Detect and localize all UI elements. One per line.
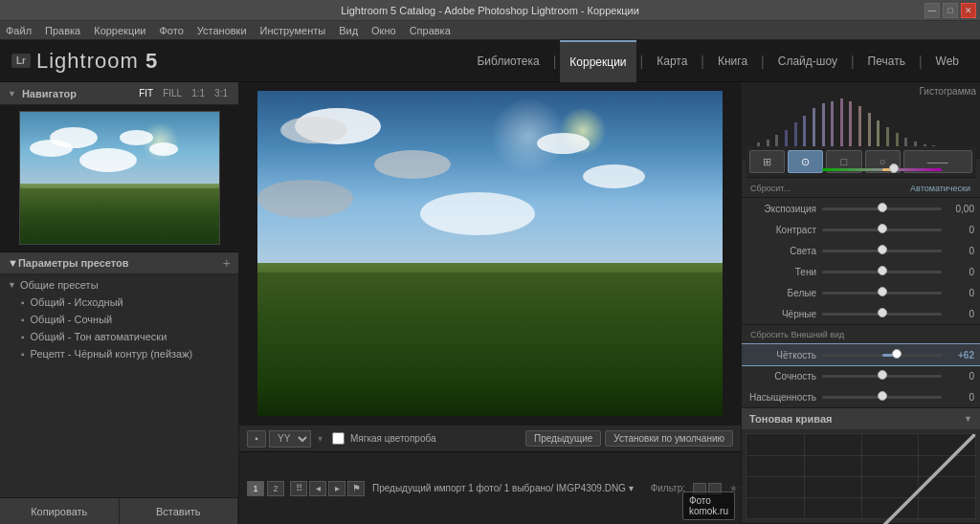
vibrance-thumb[interactable] <box>878 370 887 380</box>
hist-bar-12 <box>858 106 861 147</box>
lights-row: Света 0 <box>742 240 980 261</box>
copy-button[interactable]: Копировать <box>0 498 120 524</box>
close-button[interactable]: ✕ <box>961 3 976 18</box>
clarity-slider[interactable] <box>822 354 942 357</box>
tone-curve-arrow: ▼ <box>964 414 972 424</box>
tone-curve-header[interactable]: Тоновая кривая ▼ <box>742 408 980 429</box>
next-button[interactable]: Установки по умолчанию <box>605 430 733 447</box>
maximize-button[interactable]: □ <box>943 3 958 18</box>
main-cloud-2 <box>280 117 347 143</box>
cloud-2 <box>120 130 153 145</box>
view-single-btn[interactable]: ▪ <box>247 430 266 448</box>
lights-slider[interactable] <box>822 250 942 252</box>
blacks-slider[interactable] <box>822 313 942 316</box>
menu-edit[interactable]: Правка <box>45 25 80 36</box>
exposure-value: 0,00 <box>947 204 974 214</box>
whites-thumb[interactable] <box>878 287 887 296</box>
menu-corrections[interactable]: Коррекции <box>94 25 145 36</box>
preset-label-rich: Общий - Сочный <box>31 314 113 325</box>
preset-item-auto[interactable]: ▪ Общий - Тон автоматически <box>0 328 238 345</box>
exposure-thumb[interactable] <box>878 203 887 212</box>
view-mode-select[interactable]: YY <box>269 430 311 448</box>
vibrance-label: Сочность <box>747 371 816 382</box>
contrast-slider[interactable] <box>822 229 942 231</box>
watermark-line1: Фото <box>689 495 711 506</box>
shadows-slider[interactable] <box>822 271 942 273</box>
hist-bar-20 <box>932 145 935 147</box>
crop-tool-btn[interactable]: ⊞ <box>749 150 785 173</box>
soft-proof-checkbox[interactable] <box>332 432 345 445</box>
prev-button[interactable]: Предыдущие <box>525 430 601 447</box>
tone-slider-track[interactable] <box>822 168 942 171</box>
paste-button[interactable]: Вставить <box>120 498 239 524</box>
film-next-btn[interactable]: ▸ <box>328 481 345 496</box>
blacks-value: 0 <box>947 309 974 319</box>
menu-file[interactable]: Файл <box>6 25 32 36</box>
zoom-fit-btn[interactable]: FIT <box>136 87 156 99</box>
tab-web[interactable]: Web <box>926 40 969 82</box>
menu-photo[interactable]: Фото <box>160 25 184 36</box>
shadows-thumb[interactable] <box>878 266 887 275</box>
tone-thumb[interactable] <box>889 164 899 173</box>
film-end-btn[interactable]: ⚑ <box>347 481 365 496</box>
tab-develop[interactable]: Коррекции <box>560 40 635 82</box>
film-grid-btn[interactable]: ⠿ <box>290 481 307 496</box>
hist-bar-9 <box>831 101 834 147</box>
auto-btn[interactable]: Автоматически <box>910 184 970 193</box>
zoom-3to1-btn[interactable]: 3:1 <box>212 87 231 99</box>
titlebar: Lightroom 5 Catalog - Adobe Photoshop Li… <box>0 0 980 21</box>
whites-slider[interactable] <box>822 292 942 295</box>
preset-item-original[interactable]: ▪ Общий - Исходный <box>0 294 238 311</box>
tab-map[interactable]: Карта <box>647 40 697 82</box>
color-tool-btn[interactable]: ⊙ <box>788 150 823 173</box>
hist-bar-17 <box>904 138 907 146</box>
exposure-slider[interactable] <box>822 207 942 210</box>
preset-icon-3: ▪ <box>21 332 25 342</box>
preset-item-recipe[interactable]: ▪ Рецепт - Чёрный контур (пейзаж) <box>0 345 238 362</box>
contrast-value: 0 <box>947 225 974 235</box>
group-tri: ▼ <box>8 280 16 290</box>
blacks-thumb[interactable] <box>878 308 887 317</box>
menu-settings[interactable]: Установки <box>197 25 247 36</box>
minimize-button[interactable]: — <box>924 3 940 18</box>
zoom-1to1-btn[interactable]: 1:1 <box>189 87 208 99</box>
contrast-thumb[interactable] <box>878 224 887 233</box>
star-2[interactable]: ★ <box>739 483 741 493</box>
navigator-header[interactable]: ▼ Навигатор FIT FILL 1:1 3:1 <box>0 82 238 105</box>
tab-slideshow[interactable]: Слайд-шоу <box>768 40 847 82</box>
menu-window[interactable]: Окно <box>371 25 396 36</box>
main-cloud-4 <box>374 150 451 179</box>
watermark-line2: komok.ru <box>689 506 728 516</box>
tone-curve-canvas[interactable] <box>746 433 976 519</box>
tab-book[interactable]: Книга <box>708 40 757 82</box>
reset-look-btn[interactable]: Сбросить Внешний вид <box>747 329 847 340</box>
saturation-label: Насыщенность <box>747 392 816 403</box>
film-prev-btn[interactable]: ◂ <box>309 481 326 496</box>
saturation-slider[interactable] <box>822 396 942 399</box>
reset-auto-row: Сбросит... Автоматически <box>742 180 980 197</box>
reset-look-row: Сбросить Внешний вид <box>742 325 980 344</box>
preset-item-rich[interactable]: ▪ Общий - Сочный <box>0 311 238 328</box>
page-2-btn[interactable]: 2 <box>267 481 284 496</box>
exposure-label: Экспозиция <box>747 204 816 214</box>
hist-bar-18 <box>914 142 917 146</box>
presets-header[interactable]: ▼ Параметры пресетов + <box>0 251 238 274</box>
vibrance-slider[interactable] <box>822 375 942 378</box>
page-1-btn[interactable]: 1 <box>247 481 264 496</box>
shadows-value: 0 <box>947 267 974 277</box>
saturation-thumb[interactable] <box>878 391 887 401</box>
add-preset-btn[interactable]: + <box>223 255 231 271</box>
lights-thumb[interactable] <box>878 245 887 254</box>
zoom-fill-btn[interactable]: FILL <box>160 87 185 99</box>
menu-tools[interactable]: Инструменты <box>260 25 326 36</box>
topbar: Lr Lightroom 5 Библиотека | Коррекции | … <box>0 40 980 82</box>
blacks-label: Чёрные <box>747 309 816 319</box>
left-panel-bottom: Копировать Вставить <box>0 497 238 524</box>
clarity-thumb[interactable] <box>892 349 902 359</box>
tab-library[interactable]: Библиотека <box>467 40 548 82</box>
tab-print[interactable]: Печать <box>858 40 915 82</box>
reset-btn[interactable]: Сбросит... <box>747 183 793 194</box>
menu-view[interactable]: Вид <box>339 25 358 36</box>
menu-help[interactable]: Справка <box>410 25 451 36</box>
preset-group-header[interactable]: ▼ Общие пресеты <box>0 276 238 294</box>
